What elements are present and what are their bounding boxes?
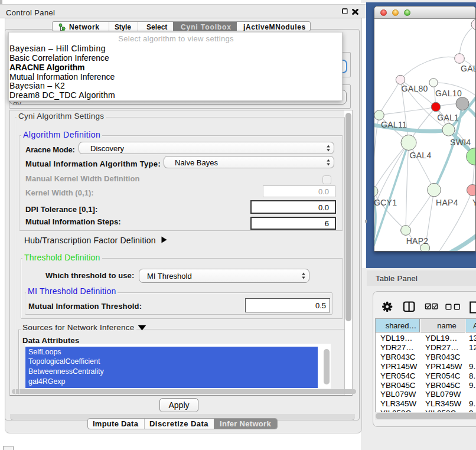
svg-text:GCY1: GCY1	[374, 198, 397, 207]
svg-text:GAL1: GAL1	[437, 113, 459, 122]
svg-text:SWI4: SWI4	[450, 138, 471, 147]
svg-text:GAL80: GAL80	[402, 84, 428, 93]
svg-text:GAL11: GAL11	[381, 120, 407, 129]
svg-text:HAP2: HAP2	[406, 236, 429, 246]
svg-text:GAL10: GAL10	[435, 89, 462, 98]
svg-text:GAL: GAL	[461, 64, 475, 73]
svg-text:Y: Y	[472, 198, 475, 207]
svg-text:HAP4: HAP4	[436, 198, 458, 207]
svg-text:GAL4: GAL4	[410, 151, 432, 160]
